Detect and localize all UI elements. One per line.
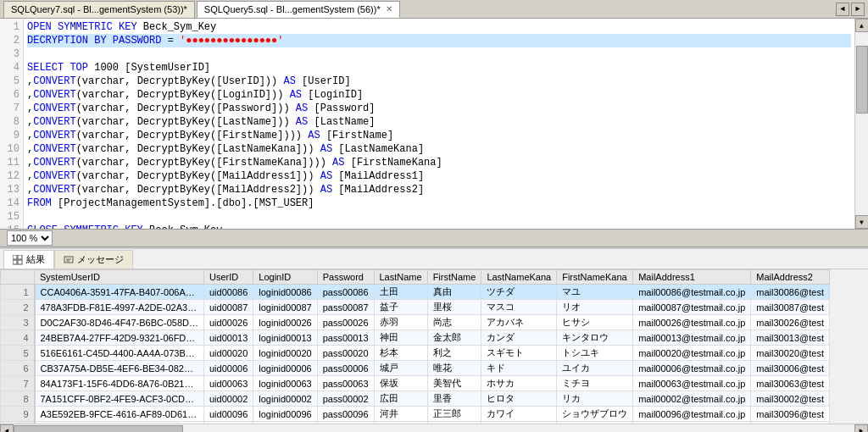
cell-firstname: 美智代 — [427, 376, 481, 391]
cell-lastnamekana: アカバネ — [481, 315, 557, 330]
cell-systemuserid: CB37A75A-DB5E-4EF6-BE34-082E8D6A459D — [35, 361, 204, 376]
table-row[interactable]: 2478A3FDB-F81E-4997-A2DE-02A395DAE564uid… — [1, 300, 830, 315]
cell-password: pass00020 — [317, 346, 374, 361]
code-area[interactable]: OPEN SYMMETRIC KEY Beck_Sym_Key DECRYPTI… — [24, 19, 854, 229]
cell-loginid: loginid00006 — [253, 361, 317, 376]
cell-loginid: loginid00096 — [253, 407, 317, 422]
tab-sqlquery7[interactable]: SQLQuery7.sql - Bl...gementSystem (53))* — [3, 1, 195, 18]
cell-lastname: 土田 — [374, 285, 427, 300]
line-number: 11 — [3, 156, 19, 169]
cell-firstnamekana: リカ — [557, 391, 633, 407]
cell-firstnamekana: リオ — [557, 300, 633, 315]
bottom-scrollbar-thumb[interactable] — [14, 425, 183, 433]
line-number: 15 — [3, 210, 19, 224]
cell-mailaddress1: mail00002@testmail.co.jp — [633, 391, 751, 407]
cell-password: pass00086 — [317, 285, 374, 300]
cell-firstname: 唯花 — [427, 361, 481, 376]
grid-icon — [13, 255, 23, 265]
cell-mailaddress2: mail30006@test — [751, 361, 830, 376]
row-number: 3 — [1, 315, 35, 330]
code-line: ,CONVERT(varchar, DecryptByKey([MailAddr… — [27, 169, 851, 183]
line-number: 5 — [3, 75, 19, 88]
tab-sqlquery7-label: SQLQuery7.sql - Bl...gementSystem (53))* — [11, 4, 187, 14]
scroll-left-btn[interactable]: ◄ — [836, 3, 849, 16]
vertical-scrollbar[interactable]: ▲ ▼ — [854, 19, 868, 229]
code-line: FROM [ProjectManagementSystem].[dbo].[MS… — [27, 197, 851, 210]
line-number: 14 — [3, 197, 19, 210]
results-table: SystemUserIDUserIDLoginIDPasswordLastNam… — [0, 269, 830, 424]
scroll-right-btn[interactable]: ► — [851, 3, 865, 16]
scrollbar-thumb[interactable] — [856, 46, 868, 114]
cell-firstname: 里香 — [427, 391, 481, 407]
cell-userid: uid00006 — [204, 361, 253, 376]
code-line: ,CONVERT(varchar, DecryptByKey([LastName… — [27, 115, 851, 129]
tab-messages[interactable]: メッセージ — [54, 250, 133, 269]
cell-password: pass00087 — [317, 300, 374, 315]
bottom-scrollbar[interactable]: ◄ ► — [0, 424, 868, 432]
cell-password: pass00096 — [317, 407, 374, 422]
code-line: ,CONVERT(varchar, DecryptByKey([LoginID]… — [27, 88, 851, 102]
cell-userid: uid00013 — [204, 330, 253, 346]
cell-firstname: 利之 — [427, 346, 481, 361]
row-number: 1 — [1, 285, 35, 300]
table-body: 1CCA0406A-3591-47FA-B407-006AD796F1DDuid… — [1, 285, 830, 424]
zoom-select[interactable]: 100 % 75 % 125 % 150 % — [7, 230, 53, 246]
tab-sqlquery5-label: SQLQuery5.sql - Bl...gementSystem (56))* — [204, 4, 381, 14]
data-grid[interactable]: SystemUserIDUserIDLoginIDPasswordLastNam… — [0, 269, 868, 424]
table-row[interactable]: 5516E6161-C45D-4400-AA4A-073B2156F0CDuid… — [1, 346, 830, 361]
cell-firstnamekana: マユ — [557, 285, 633, 300]
cell-firstname: 尚志 — [427, 315, 481, 330]
cell-lastnamekana: キド — [481, 361, 557, 376]
table-header: SystemUserIDUserIDLoginIDPasswordLastNam… — [1, 270, 830, 285]
cell-lastnamekana: カワイ — [481, 407, 557, 422]
table-row[interactable]: 3D0C2AF30-8D46-4F47-B6BC-058DF1C9A0B4uid… — [1, 315, 830, 330]
col-header-firstnamekana: FirstNameKana — [557, 270, 633, 285]
cell-systemuserid: 84A173F1-15F6-4DD6-8A76-0B211B0D8D4A — [35, 376, 204, 391]
cell-firstname: 正三郎 — [427, 407, 481, 422]
cell-systemuserid: 24BEB7A4-27FF-42D9-9321-06FD2C476899 — [35, 330, 204, 346]
table-row[interactable]: 9A3E592EB-9FCE-4616-AF89-0D61A670FAD8uid… — [1, 407, 830, 422]
cell-userid: uid00096 — [204, 407, 253, 422]
cell-mailaddress1: mail00087@testmail.co.jp — [633, 300, 751, 315]
cell-loginid: loginid00026 — [253, 315, 317, 330]
code-line: ,CONVERT(varchar, DecryptByKey([LastName… — [27, 142, 851, 156]
table-row[interactable]: 1CCA0406A-3591-47FA-B407-006AD796F1DDuid… — [1, 285, 830, 300]
line-number: 10 — [3, 142, 19, 156]
scroll-left-btn2[interactable]: ◄ — [0, 424, 14, 433]
line-number: 12 — [3, 169, 19, 183]
bottom-scrollbar-track — [14, 424, 854, 433]
cell-userid: uid00002 — [204, 391, 253, 407]
cell-loginid: loginid00002 — [253, 391, 317, 407]
status-bar: 100 % 75 % 125 % 150 % — [0, 229, 868, 247]
cell-mailaddress1: mail00020@testmail.co.jp — [633, 346, 751, 361]
code-line: CLOSE SYMMETRIC KEY Beck_Sym_Key — [27, 224, 851, 229]
scroll-right-btn2[interactable]: ► — [854, 424, 868, 433]
code-line: DECRYPTION BY PASSWORD = '●●●●●●●●●●●●●●… — [27, 34, 851, 47]
scroll-down-arrow[interactable]: ▼ — [855, 215, 869, 229]
code-line — [27, 210, 851, 224]
code-line: ,CONVERT(varchar, DecryptByKey([FirstNam… — [27, 129, 851, 142]
tab-results[interactable]: 結果 — [3, 250, 54, 269]
cell-mailaddress1: mail00013@testmail.co.jp — [633, 330, 751, 346]
table-row[interactable]: 6CB37A75A-DB5E-4EF6-BE34-082E8D6A459Duid… — [1, 361, 830, 376]
row-number: 8 — [1, 391, 35, 407]
cell-lastnamekana: マスコ — [481, 300, 557, 315]
cell-mailaddress1: mail00026@testmail.co.jp — [633, 315, 751, 330]
col-header-mailaddress2: MailAddress2 — [751, 270, 830, 285]
table-row[interactable]: 424BEB7A4-27FF-42D9-9321-06FD2C476899uid… — [1, 330, 830, 346]
cell-userid: uid00087 — [204, 300, 253, 315]
cell-firstnamekana: トシユキ — [557, 346, 633, 361]
cell-lastname: 河井 — [374, 407, 427, 422]
table-row[interactable]: 87A151CFF-0BF2-4FE9-ACF3-0CD7E3F2207Buid… — [1, 391, 830, 407]
window-controls: ◄ ► — [836, 3, 865, 16]
line-number: 7 — [3, 102, 19, 115]
row-number: 4 — [1, 330, 35, 346]
cell-firstnamekana: ヒサシ — [557, 315, 633, 330]
tab-sqlquery5[interactable]: SQLQuery5.sql - Bl...gementSystem (56))*… — [197, 1, 400, 18]
row-number: 7 — [1, 376, 35, 391]
line-number: 4 — [3, 61, 19, 75]
cell-password: pass00026 — [317, 315, 374, 330]
scroll-up-arrow[interactable]: ▲ — [855, 19, 869, 32]
table-row[interactable]: 784A173F1-15F6-4DD6-8A76-0B211B0D8D4Auid… — [1, 376, 830, 391]
tab-close-icon[interactable]: ✕ — [386, 4, 392, 14]
